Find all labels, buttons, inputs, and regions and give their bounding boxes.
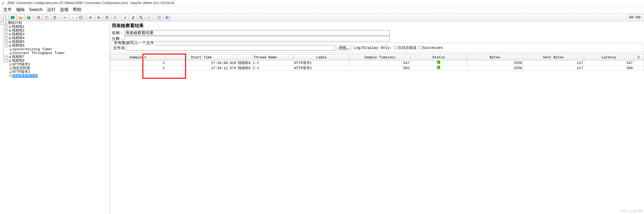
col-header[interactable]: C <box>634 54 644 60</box>
watermark: CSDN @龙洋静 <box>620 209 642 213</box>
elapsed-time: 00:00: <box>628 14 644 21</box>
filename-input[interactable] <box>126 45 335 51</box>
tree-node[interactable]: 用表格察看结果 <box>0 74 110 78</box>
tree-node[interactable]: 固定定时器 <box>0 66 110 70</box>
gear-icon <box>8 37 12 40</box>
col-header[interactable]: Status <box>410 54 467 60</box>
svg-marker-12 <box>105 16 108 19</box>
timer-icon <box>9 48 12 51</box>
col-header[interactable]: Sample # <box>110 54 166 60</box>
col-header[interactable]: Start Time <box>166 54 237 60</box>
tb-open-icon[interactable] <box>17 14 24 21</box>
tb-reset-search-icon[interactable] <box>145 14 153 21</box>
gear-icon <box>8 25 12 29</box>
tb-help-icon[interactable]: ? <box>163 14 171 21</box>
tb-save-icon[interactable] <box>25 14 32 21</box>
menu-search[interactable]: Search <box>27 7 45 12</box>
svg-point-20 <box>10 27 10 27</box>
tree-root[interactable]: -测试计划 <box>0 21 110 25</box>
table-row[interactable]: 117:38:08.029线程组8 1-1HTTP请求1547255911754… <box>110 60 644 66</box>
svg-point-22 <box>10 30 10 31</box>
col-header[interactable]: Thread Name <box>237 54 294 60</box>
menu-edit[interactable]: 编辑 <box>14 7 27 13</box>
svg-rect-11 <box>99 18 100 19</box>
filename-label: 文件名 <box>113 45 125 51</box>
col-header[interactable]: Sample Time(ms) <box>350 54 411 60</box>
errors-only-checkbox[interactable]: 仅日志错误 <box>394 45 417 50</box>
tb-templates-icon[interactable] <box>9 14 16 21</box>
browse-button[interactable]: 浏览... <box>336 45 352 51</box>
tree-thread-group[interactable]: │+线程组5 <box>0 40 110 44</box>
svg-point-10 <box>79 16 82 19</box>
col-header[interactable]: Latency <box>584 54 634 60</box>
svg-point-38 <box>10 57 10 58</box>
tb-copy-icon[interactable] <box>43 14 50 21</box>
sampler-icon <box>9 63 12 66</box>
col-header[interactable]: Label <box>293 54 350 60</box>
svg-rect-3 <box>28 16 30 17</box>
menu-file[interactable]: 文件 <box>1 7 14 13</box>
log-display-only-label: Log/Display Only: <box>354 46 392 50</box>
tb-start-icon[interactable] <box>87 14 95 21</box>
col-header[interactable]: Bytes <box>467 54 523 60</box>
tree-thread-group[interactable]: │+线程组2 <box>0 29 110 33</box>
status-ok-icon <box>437 61 440 64</box>
tb-start-notimers-icon[interactable] <box>95 14 103 21</box>
svg-point-24 <box>10 34 10 35</box>
testplan-icon <box>4 22 8 25</box>
svg-text:?: ? <box>166 16 168 19</box>
svg-line-15 <box>142 18 143 19</box>
tree-panel[interactable]: -测试计划 │+线程组1 │+线程组2 │+线程组3 │+线程组4 │+线程组5… <box>0 21 110 214</box>
window-title: JDBC Connection Configuration.jmx (D:\JM… <box>7 1 175 5</box>
tb-paste-icon[interactable] <box>51 14 59 21</box>
timer-icon <box>9 52 12 55</box>
tb-stop-icon[interactable] <box>103 14 111 21</box>
menu-run[interactable]: 运行 <box>45 7 58 13</box>
successes-checkbox[interactable]: Successes <box>419 46 443 50</box>
tree-thread-group[interactable]: │+线程组1 <box>0 25 110 29</box>
gear-icon <box>8 40 12 44</box>
menu-help[interactable]: 帮助 <box>71 7 84 13</box>
tree-node[interactable]: │ Constant Throughput Timer <box>0 51 110 55</box>
right-panel: 用表格察看结果 名称： 注释： 所有数据写入一个文件 文件名 浏览... Log… <box>110 21 644 214</box>
table-row[interactable]: 217:38:11.576线程组8 1-1HTTP请求2582255911758… <box>110 66 644 71</box>
menu-options[interactable]: 选项 <box>58 7 71 13</box>
results-table[interactable]: Sample #Start TimeThread NameLabelSample… <box>110 54 644 71</box>
gear-icon <box>8 29 12 33</box>
tb-toggle-icon[interactable] <box>77 14 85 21</box>
comment-input[interactable] <box>124 36 390 41</box>
tree-thread-group[interactable]: │+线程组4 <box>0 36 110 40</box>
name-input[interactable] <box>124 30 390 35</box>
tree-thread-group[interactable]: │+线程组7 <box>0 55 110 59</box>
tb-search-icon[interactable] <box>137 14 145 21</box>
window-title-bar: JDBC Connection Configuration.jmx (D:\JM… <box>0 0 644 6</box>
svg-rect-16 <box>158 16 160 19</box>
app-icon <box>2 1 5 5</box>
tb-collapse-icon[interactable]: － <box>69 14 77 21</box>
tree-node[interactable]: HTTP请求2 <box>0 70 110 74</box>
tb-clear-icon[interactable] <box>121 14 129 21</box>
tb-new-icon[interactable] <box>1 14 8 21</box>
name-label: 名称： <box>112 30 124 35</box>
timer-icon <box>9 67 12 70</box>
tree-thread-group[interactable]: │-线程组8 <box>0 59 110 63</box>
tb-expand-icon[interactable]: ＋ <box>61 14 68 21</box>
svg-point-30 <box>10 45 10 46</box>
tb-clear-all-icon[interactable] <box>129 14 137 21</box>
svg-marker-13 <box>113 16 117 19</box>
tree-node[interactable]: │ Synchronizing Timer <box>0 48 110 51</box>
gear-icon <box>8 59 12 63</box>
tree-node[interactable]: HTTP请求1 <box>0 63 110 66</box>
svg-rect-0 <box>3 16 6 19</box>
status-ok-icon <box>437 66 440 69</box>
tb-function-helper-icon[interactable] <box>155 14 163 21</box>
menu-bar: 文件 编辑 Search 运行 选项 帮助 <box>0 6 644 13</box>
sampler-icon <box>9 70 12 74</box>
tb-shutdown-icon[interactable] <box>111 14 119 21</box>
tb-cut-icon[interactable] <box>35 14 42 21</box>
col-header[interactable]: Sent Bytes <box>523 54 584 60</box>
tree-thread-group[interactable]: │+线程组3 <box>0 33 110 36</box>
tree-thread-group[interactable]: │-线程组6 <box>0 44 110 48</box>
svg-point-26 <box>10 38 10 39</box>
results-table-wrap: Sample #Start TimeThread NameLabelSample… <box>110 54 644 71</box>
